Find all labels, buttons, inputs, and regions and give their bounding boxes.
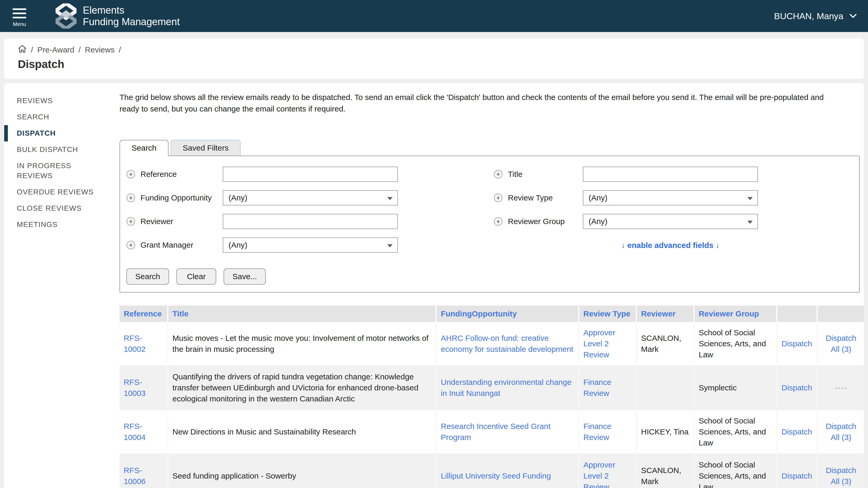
title-input[interactable] xyxy=(583,167,758,182)
grant-manager-label: + Grant Manager xyxy=(126,240,223,250)
dispatch-link[interactable]: Dispatch xyxy=(781,471,812,480)
sidebar-item-close-reviews[interactable]: CLOSE REVIEWS xyxy=(4,200,115,217)
funding-opportunity-select[interactable]: (Any) xyxy=(223,190,398,205)
review-type-link[interactable]: Approver Level 2 Review xyxy=(583,460,615,488)
clear-button[interactable]: Clear xyxy=(176,268,216,285)
tab-search[interactable]: Search xyxy=(120,140,168,156)
table-row: RFS-10003Quantifying the drivers of rapi… xyxy=(120,366,864,410)
dispatch-link[interactable]: Dispatch xyxy=(781,339,812,348)
breadcrumb-separator: / xyxy=(31,46,33,54)
plus-circle-icon[interactable]: + xyxy=(494,217,503,226)
funding-opportunity-link-cell: Lilliput University Seed Funding xyxy=(436,454,579,488)
dispatch-link-cell: Dispatch xyxy=(777,322,817,366)
col-header-reviewer[interactable]: Reviewer xyxy=(636,306,694,322)
funding-opportunity-link[interactable]: Research Incentive Seed Grant Program xyxy=(441,422,551,441)
sidebar-item-in-progress-reviews[interactable]: IN PROGRESS REVIEWS xyxy=(4,158,93,184)
reviewer-input[interactable] xyxy=(223,214,398,229)
reviewer-group-select[interactable]: (Any) xyxy=(583,214,758,229)
col-header-review-type[interactable]: Review Type xyxy=(579,306,636,322)
title-cell: New Directions in Music and Sustainabili… xyxy=(168,410,436,454)
reference-label: + Reference xyxy=(126,170,223,179)
funding-opportunity-link[interactable]: Lilliput University Seed Funding xyxy=(441,471,551,480)
funding-opportunity-link[interactable]: Understanding environmental change in In… xyxy=(441,378,571,398)
dispatch-link-cell: Dispatch xyxy=(777,366,817,410)
reviewer-group-cell: School of Social Sciences, Arts, and Law xyxy=(694,454,777,488)
dispatch-all-link[interactable]: Dispatch All (3) xyxy=(826,466,857,486)
grant-manager-select[interactable]: (Any) xyxy=(223,237,398,253)
col-header-title[interactable]: Title xyxy=(168,306,436,322)
search-filter-panel: + Reference + Title + Funding Opport xyxy=(120,155,860,292)
dropdown-arrow-icon xyxy=(747,197,753,200)
reviewer-group-cell: Symplectic xyxy=(694,366,777,410)
tab-saved-filters[interactable]: Saved Filters xyxy=(170,140,241,155)
save-button[interactable]: Save... xyxy=(223,268,266,285)
col-header-funding-opportunity[interactable]: FundingOpportunity xyxy=(436,306,579,322)
dispatch-all-link[interactable]: Dispatch All (3) xyxy=(826,334,857,353)
reviewer-group-cell: School of Social Sciences, Arts, and Law xyxy=(694,410,777,454)
review-type-select[interactable]: (Any) xyxy=(583,190,758,205)
enable-advanced-fields-link[interactable]: ↓ enable advanced fields ↓ xyxy=(621,241,719,250)
plus-circle-icon[interactable]: + xyxy=(494,170,503,179)
table-row: RFS-10002Music moves - Let the music mov… xyxy=(120,322,864,366)
sidebar-item-search[interactable]: SEARCH xyxy=(4,109,115,125)
user-name: BUCHAN, Manya xyxy=(774,11,843,21)
reviewer-group-cell: School of Social Sciences, Arts, and Law xyxy=(694,322,777,366)
menu-button[interactable]: Menu xyxy=(4,5,35,27)
breadcrumb-pre-award[interactable]: Pre-Award xyxy=(37,46,74,54)
plus-circle-icon[interactable]: + xyxy=(126,240,135,250)
sidebar-item-overdue-reviews[interactable]: OVERDUE REVIEWS xyxy=(4,184,115,200)
elements-logo-icon xyxy=(56,3,76,29)
review-type-link-cell: Approver Level 2 Review xyxy=(579,454,636,488)
reviewer-cell: HICKEY, Tina xyxy=(636,410,694,454)
filter-buttons: Search Clear Save... xyxy=(126,268,853,285)
plus-circle-icon[interactable]: + xyxy=(126,170,135,179)
review-type-link[interactable]: Finance Review xyxy=(583,422,612,441)
sidebar-item-meetings[interactable]: MEETINGS xyxy=(4,217,115,233)
funding-opportunity-link[interactable]: AHRC Follow-on fund: creative economy fo… xyxy=(441,334,573,353)
user-menu[interactable]: BUCHAN, Manya xyxy=(774,0,857,32)
reviewer-cell: SCANLON, Mark xyxy=(636,454,694,488)
title-label: + Title xyxy=(494,170,583,179)
review-type-link-cell: Approver Level 2 Review xyxy=(579,322,636,366)
dispatch-link[interactable]: Dispatch xyxy=(781,427,812,436)
search-button[interactable]: Search xyxy=(126,268,169,285)
filter-tabs: Search Saved Filters xyxy=(120,140,860,155)
sidebar-item-reviews[interactable]: REVIEWS xyxy=(4,93,115,109)
dispatch-all-link[interactable]: Dispatch All (3) xyxy=(826,422,857,441)
review-type-link[interactable]: Finance Review xyxy=(583,378,612,398)
app-title-line2: Funding Management xyxy=(83,16,180,28)
home-icon[interactable] xyxy=(18,45,27,55)
review-type-link[interactable]: Approver Level 2 Review xyxy=(583,328,615,359)
title-cell: Music moves - Let the music move you: In… xyxy=(168,322,436,366)
dispatch-all-link: ---- xyxy=(817,366,864,410)
plus-circle-icon[interactable]: + xyxy=(126,193,135,202)
sidebar-item-dispatch[interactable]: DISPATCH xyxy=(4,125,115,141)
reference-link-cell: RFS-10006 xyxy=(120,454,168,488)
reference-link[interactable]: RFS-10006 xyxy=(124,466,146,486)
plus-circle-icon[interactable]: + xyxy=(494,193,503,202)
reference-link[interactable]: RFS-10003 xyxy=(124,378,146,398)
plus-circle-icon[interactable]: + xyxy=(126,217,135,226)
content-panel: REVIEWS SEARCH DISPATCH BULK DISPATCH IN… xyxy=(4,83,864,488)
reviewer-cell: SCANLON, Mark xyxy=(636,322,694,366)
reference-link[interactable]: RFS-10004 xyxy=(124,422,146,441)
dispatch-link[interactable]: Dispatch xyxy=(781,383,812,392)
breadcrumb-panel: / Pre-Award / Reviews / Dispatch xyxy=(4,38,864,79)
hamburger-icon xyxy=(12,8,26,10)
dispatch-all-link-cell: Dispatch All (3) xyxy=(817,454,864,488)
reference-link-cell: RFS-10003 xyxy=(120,366,168,410)
col-header-reviewer-group[interactable]: Reviewer Group xyxy=(694,306,777,322)
review-type-link-cell: Finance Review xyxy=(579,366,636,410)
table-header-row: Reference Title FundingOpportunity Revie… xyxy=(120,306,864,322)
sidebar-item-bulk-dispatch[interactable]: BULK DISPATCH xyxy=(4,141,115,158)
table-row: RFS-10004New Directions in Music and Sus… xyxy=(120,410,864,454)
funding-opportunity-link-cell: AHRC Follow-on fund: creative economy fo… xyxy=(436,322,579,366)
reference-link[interactable]: RFS-10002 xyxy=(124,334,146,353)
col-header-reference[interactable]: Reference xyxy=(120,306,168,322)
reference-input[interactable] xyxy=(223,167,398,182)
dispatch-link-cell: Dispatch xyxy=(777,410,817,454)
breadcrumb-reviews[interactable]: Reviews xyxy=(85,46,115,54)
app-header: Menu Elements Funding Management BUCHAN,… xyxy=(0,0,868,32)
funding-opportunity-label: + Funding Opportunity xyxy=(126,193,223,202)
app-title: Elements Funding Management xyxy=(83,4,180,28)
